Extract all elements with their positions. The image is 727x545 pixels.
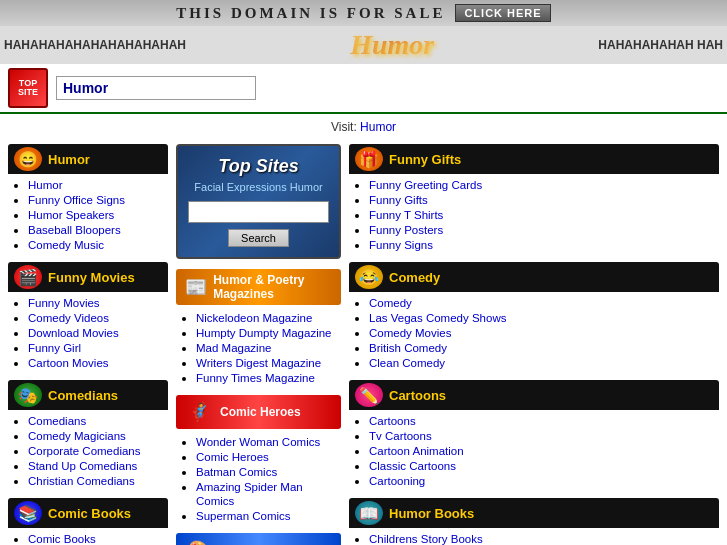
comic-books-list: Comic Books Comic Book Stores Comic Book… xyxy=(8,532,168,545)
list-item: Comedy Music xyxy=(28,238,168,252)
gifts-link-2[interactable]: Funny Gifts xyxy=(369,194,428,206)
cartoons-title: Cartoons xyxy=(389,388,446,403)
list-item: Superman Comics xyxy=(196,509,341,523)
humor-link-3[interactable]: Humor Speakers xyxy=(28,209,114,221)
humor-link-1[interactable]: Humor xyxy=(28,179,63,191)
list-item: Funny Office Signs xyxy=(28,193,168,207)
gifts-link-5[interactable]: Funny Signs xyxy=(369,239,433,251)
gifts-link-3[interactable]: Funny T Shirts xyxy=(369,209,443,221)
comedy-icon: 😂 xyxy=(355,265,383,289)
comedy-link-5[interactable]: Clean Comedy xyxy=(369,357,445,369)
comedians-link-2[interactable]: Comedy Magicians xyxy=(28,430,126,442)
cartoons-link-4[interactable]: Classic Cartoons xyxy=(369,460,456,472)
humor-title-area: Humor xyxy=(190,29,594,61)
comic-books-section: 📚 Comic Books Comic Books Comic Book Sto… xyxy=(8,498,168,545)
cartoons-link-5[interactable]: Cartooning xyxy=(369,475,425,487)
movies-link-4[interactable]: Funny Girl xyxy=(28,342,81,354)
list-item: Cartoons xyxy=(369,414,719,428)
list-item: Nickelodeon Magazine xyxy=(196,311,341,325)
comic-arts-section: 🎨 Comic Arts Comic Book Art xyxy=(176,533,341,545)
hah-right-text: HAHAHAHAHAH HAH xyxy=(594,38,727,52)
list-item: Cartoon Animation xyxy=(369,444,719,458)
humor-books-list: Childrens Story Books Comedy Writing Chi… xyxy=(349,532,719,545)
comedy-title: Comedy xyxy=(389,270,440,285)
cartoons-icon: ✏️ xyxy=(355,383,383,407)
funny-gifts-title: Funny Gifts xyxy=(389,152,461,167)
magazines-list: Nickelodeon Magazine Humpty Dumpty Magaz… xyxy=(176,311,341,385)
list-item: Comedians xyxy=(28,414,168,428)
list-item: Funny T Shirts xyxy=(369,208,719,222)
heroes-link-2[interactable]: Comic Heroes xyxy=(196,451,269,463)
cartoons-header: ✏️ Cartoons xyxy=(349,380,719,410)
magazine-link-1[interactable]: Nickelodeon Magazine xyxy=(196,312,312,324)
heroes-link-1[interactable]: Wonder Woman Comics xyxy=(196,436,320,448)
comic-heroes-list: Wonder Woman Comics Comic Heroes Batman … xyxy=(176,435,341,523)
comedy-link-1[interactable]: Comedy xyxy=(369,297,412,309)
comedians-link-4[interactable]: Stand Up Comedians xyxy=(28,460,137,472)
magazine-link-3[interactable]: Mad Magazine xyxy=(196,342,271,354)
comedians-link-5[interactable]: Christian Comedians xyxy=(28,475,135,487)
movies-link-3[interactable]: Download Movies xyxy=(28,327,119,339)
humor-books-section: 📖 Humor Books Childrens Story Books Come… xyxy=(349,498,719,545)
comedy-list: Comedy Las Vegas Comedy Shows Comedy Mov… xyxy=(349,296,719,370)
list-item: Corporate Comedians xyxy=(28,444,168,458)
heroes-link-4[interactable]: Amazing Spider Man Comics xyxy=(196,481,303,507)
comedy-link-4[interactable]: British Comedy xyxy=(369,342,447,354)
humor-link-4[interactable]: Baseball Bloopers xyxy=(28,224,121,236)
top-sites-search-input[interactable] xyxy=(188,201,329,223)
main-search-input[interactable] xyxy=(56,76,256,100)
list-item: Funny Movies xyxy=(28,296,168,310)
movies-link-1[interactable]: Funny Movies xyxy=(28,297,100,309)
list-item: Comedy xyxy=(369,296,719,310)
visit-humor-link[interactable]: Humor xyxy=(360,120,396,134)
comic-books-icon: 📚 xyxy=(14,501,42,525)
gifts-link-4[interactable]: Funny Posters xyxy=(369,224,443,236)
funny-movies-title: Funny Movies xyxy=(48,270,135,285)
funny-movies-icon: 🎬 xyxy=(14,265,42,289)
list-item: Funny Greeting Cards xyxy=(369,178,719,192)
gifts-link-1[interactable]: Funny Greeting Cards xyxy=(369,179,482,191)
comic-books-link-1[interactable]: Comic Books xyxy=(28,533,96,545)
cartoons-link-1[interactable]: Cartoons xyxy=(369,415,416,427)
magazines-section: 📰 Humor & Poetry Magazines Nickelodeon M… xyxy=(176,269,341,385)
humor-link-5[interactable]: Comedy Music xyxy=(28,239,104,251)
main-content: 😄 Humor Humor Funny Office Signs Humor S… xyxy=(0,140,727,545)
banner-text: THIS DOMAIN IS FOR SALE xyxy=(176,5,445,22)
humor-header: 😄 Humor xyxy=(8,144,168,174)
heroes-link-3[interactable]: Batman Comics xyxy=(196,466,277,478)
list-item: Amazing Spider Man Comics xyxy=(196,480,341,508)
cartoons-link-3[interactable]: Cartoon Animation xyxy=(369,445,464,457)
magazine-link-5[interactable]: Funny Times Magazine xyxy=(196,372,315,384)
magazine-link-4[interactable]: Writers Digest Magazine xyxy=(196,357,321,369)
comedians-link-1[interactable]: Comedians xyxy=(28,415,86,427)
comedy-section: 😂 Comedy Comedy Las Vegas Comedy Shows C… xyxy=(349,262,719,370)
hah-banner: HAHAHAHAHAHAHAHAHAHAH Humor HAHAHAHAHAH … xyxy=(0,26,727,64)
comedy-link-3[interactable]: Comedy Movies xyxy=(369,327,451,339)
comedians-section: 🎭 Comedians Comedians Comedy Magicians C… xyxy=(8,380,168,488)
list-item: Download Movies xyxy=(28,326,168,340)
magazines-title: Humor & Poetry Magazines xyxy=(213,273,333,301)
comic-arts-header: 🎨 Comic Arts xyxy=(176,533,341,545)
comic-heroes-section: 🦸 Comic Heroes Wonder Woman Comics Comic… xyxy=(176,395,341,523)
list-item: Writers Digest Magazine xyxy=(196,356,341,370)
list-item: Comic Heroes xyxy=(196,450,341,464)
humor-link-2[interactable]: Funny Office Signs xyxy=(28,194,125,206)
heroes-link-5[interactable]: Superman Comics xyxy=(196,510,291,522)
hbooks-link-1[interactable]: Childrens Story Books xyxy=(369,533,483,545)
cartoons-link-2[interactable]: Tv Cartoons xyxy=(369,430,432,442)
list-item: British Comedy xyxy=(369,341,719,355)
list-item: Childrens Story Books xyxy=(369,532,719,545)
magazine-link-2[interactable]: Humpty Dumpty Magazine xyxy=(196,327,332,339)
cartoons-section: ✏️ Cartoons Cartoons Tv Cartoons Cartoon… xyxy=(349,380,719,488)
magazines-icon: 📰 xyxy=(184,274,207,300)
visit-line: Visit: Humor xyxy=(0,114,727,140)
comedians-header: 🎭 Comedians xyxy=(8,380,168,410)
movies-link-2[interactable]: Comedy Videos xyxy=(28,312,109,324)
movies-link-5[interactable]: Cartoon Movies xyxy=(28,357,109,369)
comedy-link-2[interactable]: Las Vegas Comedy Shows xyxy=(369,312,506,324)
click-here-button[interactable]: CLICK HERE xyxy=(455,4,550,22)
comedians-link-3[interactable]: Corporate Comedians xyxy=(28,445,141,457)
top-sites-search-button[interactable]: Search xyxy=(228,229,289,247)
list-item: Las Vegas Comedy Shows xyxy=(369,311,719,325)
top-banner: THIS DOMAIN IS FOR SALE CLICK HERE xyxy=(0,0,727,26)
